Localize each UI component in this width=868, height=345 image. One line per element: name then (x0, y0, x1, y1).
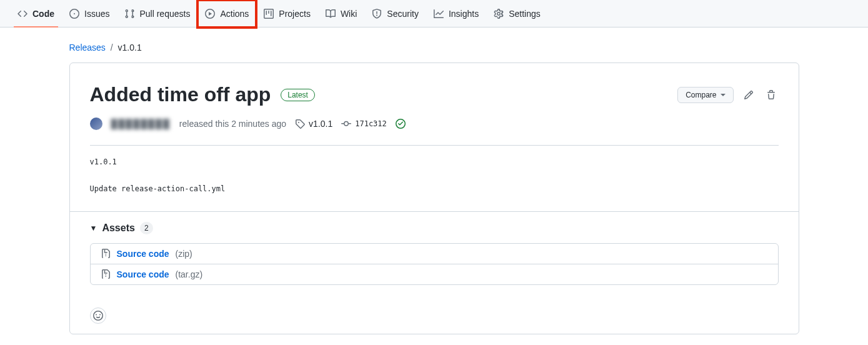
assets-header-label: Assets (102, 222, 134, 234)
breadcrumb: Releases / v1.0.1 (69, 42, 799, 52)
pencil-icon (744, 90, 754, 100)
compare-button-label: Compare (686, 91, 716, 99)
release-box: Added time off app Latest Compare (69, 62, 799, 334)
breadcrumb-sep: / (111, 42, 113, 52)
checks-status[interactable] (396, 119, 406, 129)
page-content: Releases / v1.0.1 Added time off app Lat… (54, 28, 814, 345)
nav-actions-label: Actions (220, 9, 249, 19)
triangle-down-icon: ▼ (90, 224, 97, 232)
breadcrumb-releases-link[interactable]: Releases (69, 42, 106, 52)
code-icon (17, 9, 27, 19)
commit-sha: 171c312 (355, 119, 387, 128)
nav-pulls[interactable]: Pull requests (117, 0, 197, 28)
compare-button[interactable]: Compare (677, 87, 733, 103)
reactions-bar (70, 300, 799, 334)
pull-request-icon (124, 9, 134, 19)
assets-toggle[interactable]: ▼ Assets 2 (90, 222, 779, 234)
nav-code-label: Code (32, 9, 54, 19)
nav-wiki-label: Wiki (341, 9, 357, 19)
asset-ext: (zip) (176, 249, 192, 259)
caret-down-icon (721, 94, 726, 96)
nav-projects[interactable]: Projects (256, 0, 318, 28)
gear-icon (494, 9, 504, 19)
avatar[interactable] (90, 118, 102, 130)
shield-icon (372, 9, 382, 19)
nav-insights[interactable]: Insights (426, 0, 486, 28)
commit-link[interactable]: 171c312 (341, 119, 387, 129)
tag-icon (295, 119, 305, 129)
asset-row: Source code (tar.gz) (91, 264, 778, 284)
graph-icon (434, 9, 444, 19)
author-link[interactable]: ████████ (111, 119, 171, 129)
release-header: Added time off app Latest Compare (70, 63, 799, 145)
tag-name: v1.0.1 (309, 119, 332, 129)
assets-list: Source code (zip) Source code (tar.gz) (90, 243, 779, 285)
project-icon (264, 9, 274, 19)
play-circle-icon (205, 9, 215, 19)
nav-settings-label: Settings (509, 9, 541, 19)
file-zip-icon (101, 269, 111, 279)
check-circle-icon (396, 119, 406, 129)
book-icon (326, 9, 336, 19)
nav-issues[interactable]: Issues (62, 0, 117, 28)
nav-pulls-label: Pull requests (139, 9, 190, 19)
asset-link[interactable]: Source code (117, 269, 169, 279)
nav-security-label: Security (387, 9, 419, 19)
delete-button[interactable] (764, 88, 779, 102)
nav-code[interactable]: Code (10, 0, 62, 28)
file-zip-icon (101, 249, 111, 259)
smiley-icon (93, 311, 103, 321)
commit-icon (341, 119, 351, 129)
add-reaction-button[interactable] (90, 308, 106, 324)
nav-projects-label: Projects (279, 9, 311, 19)
release-title: Added time off app (90, 83, 271, 106)
assets-section: ▼ Assets 2 Source code (zip) Source code… (70, 211, 799, 300)
nav-wiki[interactable]: Wiki (318, 0, 364, 28)
trash-icon (766, 90, 776, 100)
assets-count: 2 (140, 222, 153, 234)
released-text: released this 2 minutes ago (179, 119, 286, 129)
asset-ext: (tar.gz) (176, 269, 203, 279)
nav-actions[interactable]: Actions (197, 0, 256, 28)
asset-row: Source code (zip) (91, 244, 778, 264)
issue-icon (69, 9, 79, 19)
asset-link[interactable]: Source code (117, 249, 169, 259)
tag-link[interactable]: v1.0.1 (295, 119, 332, 129)
release-body: v1.0.1 Update release-action-call.yml (70, 146, 799, 211)
latest-badge: Latest (281, 89, 315, 101)
nav-settings[interactable]: Settings (486, 0, 548, 28)
breadcrumb-current: v1.0.1 (118, 42, 142, 52)
repo-nav: Code Issues Pull requests Actions Projec… (0, 0, 868, 28)
nav-issues-label: Issues (84, 9, 109, 19)
nav-insights-label: Insights (449, 9, 479, 19)
release-meta: ████████ released this 2 minutes ago v1.… (90, 118, 779, 130)
edit-button[interactable] (741, 88, 756, 102)
nav-security[interactable]: Security (364, 0, 426, 28)
